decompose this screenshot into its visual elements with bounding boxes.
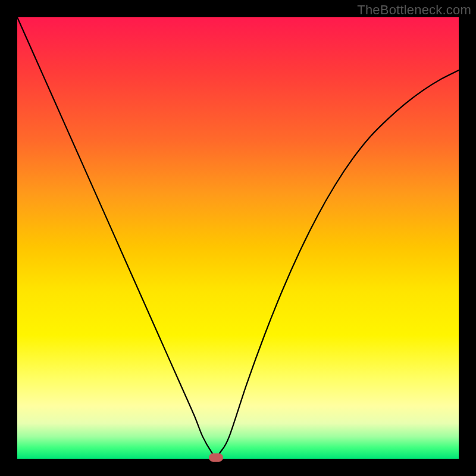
watermark-text: TheBottleneck.com xyxy=(357,2,471,18)
bottleneck-curve xyxy=(17,17,459,456)
chart-plot-area xyxy=(17,17,459,459)
minimum-marker xyxy=(209,453,223,462)
chart-svg xyxy=(17,17,459,459)
